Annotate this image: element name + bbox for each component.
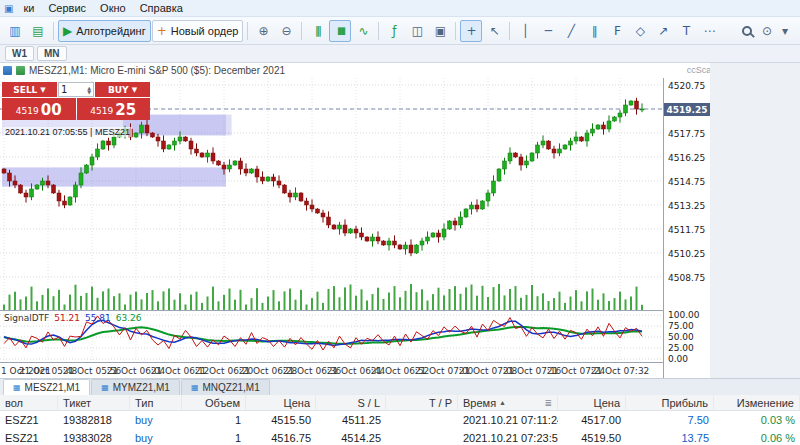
toolbar-buttons: ▥▤▶Алготрейдинг+Новый ордер⊕⊖|||▮▮∿ƒ◫▣+↖… — [4, 20, 720, 42]
column-header-1[interactable]: Тикет — [58, 395, 130, 410]
objects-list-icon: ⋯ — [703, 25, 715, 37]
trendline-button[interactable]: ╱ — [560, 20, 582, 42]
column-header-2[interactable]: Тип — [130, 395, 182, 410]
position-cell: 4516.75 — [246, 432, 316, 444]
chart-tab-mnqz21[interactable]: ▦MNQZ21,M1 — [181, 379, 270, 395]
buy-button[interactable]: BUY ▼ — [95, 82, 150, 97]
shapes-button[interactable]: ◇ — [629, 20, 651, 42]
toolbar-separator — [378, 22, 379, 40]
horizontal-line-button[interactable]: ─ — [537, 20, 559, 42]
buy-price-pips: 25 — [115, 103, 136, 118]
column-header-10[interactable]: Изменение — [714, 395, 800, 410]
cursor-icon: ↖ — [489, 25, 499, 37]
cursor-button[interactable]: ↖ — [483, 20, 505, 42]
zoom-in-button[interactable]: ⊕ — [252, 20, 274, 42]
app-window-icon: ▣ — [4, 3, 13, 14]
indicator-tick-label: 0.00 — [668, 354, 688, 364]
indicator-value-2: 55.81 — [85, 313, 111, 323]
fibonacci-button[interactable]: F — [606, 20, 628, 42]
profiles-button[interactable]: ▤ — [27, 20, 49, 42]
crosshair-icon: + — [466, 25, 476, 37]
toolbar-overflow-icon[interactable]: ▾ — [782, 24, 788, 38]
column-header-5[interactable]: S / L — [316, 395, 386, 410]
chart-tab-mymz21[interactable]: ▦MYMZ21,M1 — [91, 379, 180, 395]
vertical-line-button[interactable]: │ — [514, 20, 536, 42]
new-order-button[interactable]: +Новый ордер — [152, 20, 244, 42]
lot-spinner-icon[interactable]: ▲▼ — [87, 86, 91, 94]
menu-window[interactable]: Окно — [93, 1, 133, 15]
column-header-9[interactable]: Прибыль — [626, 395, 714, 410]
algo-trading-button-label: Алготрейдинг — [76, 25, 145, 37]
chart-title-bar: MESZ21,M1: Micro E-mini S&P 500 ($5): De… — [0, 63, 710, 78]
position-cell: 4519.50 — [558, 432, 626, 444]
price-tick-label: 4508.75 — [668, 273, 705, 283]
chart-type-icon — [3, 66, 12, 75]
column-header-7[interactable]: Время▲≣ — [458, 395, 558, 410]
timeframe-mn-button[interactable]: MN — [37, 46, 67, 61]
indicator-value-3: 63.26 — [116, 313, 142, 323]
time-tick-label: 21 Oct 07:32 — [591, 366, 650, 376]
indicators-button[interactable]: ƒ — [383, 20, 405, 42]
buy-price[interactable]: 4519 25 — [77, 98, 151, 120]
candles-chart-button[interactable]: ▮▮ — [329, 20, 351, 42]
indicator-header: SignalDTF 51.21 55.81 63.26 — [4, 313, 142, 323]
filter-icon[interactable]: ≣ — [544, 398, 552, 408]
toolbar-separator — [509, 22, 510, 40]
timeframe-icon — [16, 66, 25, 75]
community-icon[interactable]: ⊙ — [762, 24, 772, 38]
chart-tab-label: MYMZ21,M1 — [113, 382, 170, 393]
chart-tab-mesz21[interactable]: ▦MESZ21,M1 — [3, 379, 90, 395]
sell-label: SELL — [13, 85, 37, 95]
algo-trading-button[interactable]: ▶Алготрейдинг — [58, 20, 151, 42]
toolbar-separator — [301, 22, 302, 40]
position-cell: ESZ21 — [0, 414, 58, 426]
time-axis[interactable]: 1 Oct 202121 Oct 05:4821 Oct 05:5621 Oct… — [0, 362, 663, 378]
one-click-trading-panel: SELL ▼ 1 ▲▼ BUY ▼ 4519 00 4519 25 — [2, 82, 150, 120]
objects-list-button[interactable]: ⋯ — [698, 20, 720, 42]
position-row[interactable]: ESZ2119383028buy14516.754514.252021.10.2… — [0, 429, 800, 445]
toolbar-separator — [53, 22, 54, 40]
new-chart-button[interactable]: ▥ — [4, 20, 26, 42]
chart-tab-label: MESZ21,M1 — [25, 382, 81, 393]
tile-windows-button[interactable]: ◫ — [406, 20, 428, 42]
buy-label: BUY — [108, 85, 129, 95]
column-header-0[interactable]: вол — [0, 395, 58, 410]
column-header-8[interactable]: Цена — [558, 395, 626, 410]
zoom-out-icon: ⊖ — [281, 25, 291, 37]
position-cell: 0.06 % — [714, 432, 800, 444]
trendline-icon: ╱ — [568, 25, 575, 37]
crosshair-button[interactable]: + — [460, 20, 482, 42]
column-header-3[interactable]: Объем — [182, 395, 246, 410]
lot-size-stepper[interactable]: 1 ▲▼ — [58, 82, 94, 97]
position-cell: 19382818 — [58, 414, 130, 426]
menu-charts[interactable]: ки — [16, 1, 41, 15]
position-cell: buy — [130, 432, 182, 444]
current-price-badge: 4519.25 — [664, 103, 710, 116]
chart-info-tooltip: 2021.10.21 07:05:55 | MESZ21 — [3, 127, 132, 137]
sell-button[interactable]: SELL ▼ — [2, 82, 57, 97]
price-tick-label: 4510.25 — [668, 249, 705, 259]
data-window-button[interactable]: ▣ — [429, 20, 451, 42]
zoom-out-button[interactable]: ⊖ — [275, 20, 297, 42]
indicator-tick-label: 50.00 — [668, 332, 694, 342]
menu-help[interactable]: Справка — [133, 1, 190, 15]
position-cell: ESZ21 — [0, 432, 58, 444]
column-header-4[interactable]: Цена — [246, 395, 316, 410]
column-header-6[interactable]: T / P — [386, 395, 458, 410]
position-cell: 4511.25 — [316, 414, 386, 426]
menu-service[interactable]: Сервис — [41, 1, 93, 15]
main-toolbar: ▥▤▶Алготрейдинг+Новый ордер⊕⊖|||▮▮∿ƒ◫▣+↖… — [0, 17, 800, 45]
bars-chart-button[interactable]: ||| — [306, 20, 328, 42]
price-axis[interactable]: 4520.754519.254517.754516.254514.754513.… — [663, 78, 710, 378]
channel-button[interactable]: ∥ — [583, 20, 605, 42]
sell-price[interactable]: 4519 00 — [2, 98, 76, 120]
line-chart-button[interactable]: ∿ — [352, 20, 374, 42]
price-tick-label: 4520.75 — [668, 81, 705, 91]
table-body: ESZ2119382818buy14515.504511.252021.10.2… — [0, 411, 800, 445]
position-row[interactable]: ESZ2119382818buy14515.504511.252021.10.2… — [0, 411, 800, 429]
sell-caret-icon: ▼ — [40, 86, 45, 94]
arrows-button[interactable]: ↗ — [652, 20, 674, 42]
text-button[interactable]: T — [675, 20, 697, 42]
search-icon[interactable] — [742, 26, 752, 36]
timeframe-w1-button[interactable]: W1 — [5, 46, 34, 61]
